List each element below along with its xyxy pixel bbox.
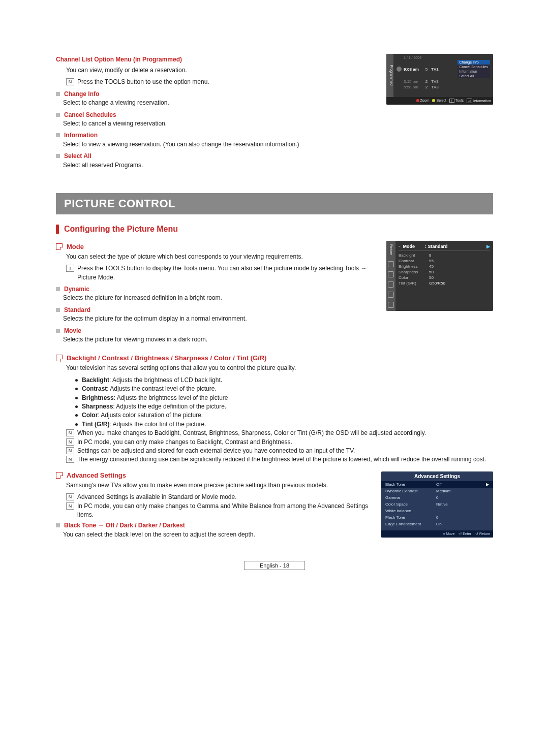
note-text: When you make changes to Backlight, Cont… (77, 429, 426, 437)
enter-icon: ⏎ (459, 532, 462, 536)
dot-icon (75, 379, 78, 382)
square-bullet-icon (56, 113, 60, 117)
programmed-panel: Programmed 1 / 1 / 2009 9:08 am 5 TV1 Ch… (386, 54, 493, 105)
tools-icon: T (449, 99, 454, 103)
programmed-popup: Change Info Cancel Schedules Information… (458, 60, 490, 78)
square-bullet-icon (56, 308, 60, 312)
note-icon: N (66, 447, 74, 454)
setting-name: Tint (G/R) (82, 421, 109, 428)
page-footer: English - 18 (244, 561, 305, 570)
note-icon: N (66, 78, 74, 85)
square-bullet-icon (56, 154, 60, 158)
adv-key: Black Tone (385, 482, 436, 487)
pic-val: 8 (429, 253, 431, 258)
item-desc: Select to view a viewing reservation. (Y… (63, 140, 493, 149)
adv-key: Gamma (385, 495, 436, 500)
arrow-right-icon[interactable]: ▶ (486, 482, 489, 487)
adv-heading: Advanced Settings (67, 471, 126, 479)
setting-desc: : Adjusts the brightness level of the pi… (114, 394, 228, 401)
mode-item-desc: Selects the picture for viewing movies i… (63, 335, 493, 344)
mode-item-label: Standard (64, 306, 90, 314)
pic-key: Sharpness (399, 270, 429, 274)
setting-desc: : Adjusts the color tint of the picture. (109, 421, 206, 428)
pic-val: 95 (429, 259, 434, 263)
pic-key: Tint (G/R) (399, 281, 429, 286)
yellow-pill-icon (432, 99, 435, 102)
mode-item-label: Dynamic (64, 285, 89, 294)
advanced-settings-panel: Advanced Settings Black ToneOff▶ Dynamic… (381, 471, 493, 538)
setting-desc: : Adjusts the brightness of LCD back lig… (109, 376, 222, 384)
prog-time: 5:50 pm (404, 85, 422, 89)
side-icon (388, 292, 394, 298)
bccs-intro: Your television has several setting opti… (66, 364, 493, 372)
sub-heading: Configuring the Picture Menu (56, 225, 493, 234)
note-icon: N (66, 429, 74, 436)
prog-num: 5 (424, 67, 429, 72)
return-icon: ↺ (475, 532, 478, 536)
pic-val: 45 (429, 264, 434, 269)
note-icon: N (66, 438, 74, 446)
mode-item-desc: Selects the picture for the optimum disp… (63, 314, 493, 323)
dot-icon (75, 388, 78, 390)
prog-num: 2 (424, 85, 429, 89)
item-label: Change Info (64, 90, 99, 99)
popup-change-info[interactable]: Change Info (458, 60, 490, 65)
adv-panel-title: Advanced Settings (381, 471, 493, 481)
dot-icon (75, 397, 78, 399)
pic-key: Brightness (399, 264, 429, 269)
setting-name: Contrast (82, 385, 107, 392)
note-text: In PC mode, you can only make changes to… (77, 438, 292, 447)
item-label: Cancel Schedules (64, 111, 116, 119)
item-label: Select All (64, 152, 92, 161)
pic-val: 50 (429, 275, 434, 280)
dot-icon (75, 414, 78, 417)
programmed-date: 1 / 1 / 2009 (404, 56, 490, 59)
adv-footer: ♦ Move ⏎ Enter ↺ Return (381, 530, 493, 538)
note-icon: N (66, 502, 74, 510)
note-text: Settings can be adjusted and stored for … (77, 447, 355, 455)
popup-select-all[interactable]: Select All (458, 74, 490, 78)
note-icon: N (66, 456, 74, 463)
pic-val: 50 (429, 270, 434, 274)
side-icon (388, 271, 394, 277)
arrow-right-icon[interactable]: ▶ (486, 244, 490, 249)
mode-tools-note: Press the TOOLS button to display the To… (77, 264, 378, 282)
adv-key: Color Space (385, 502, 436, 507)
dot-icon (75, 423, 78, 426)
setting-name: Sharpness (82, 403, 113, 410)
pic-key: Backlight (399, 253, 429, 258)
square-bullet-icon (56, 92, 60, 96)
picture-menu-panel: Picture · Mode : Standard ▶ Backli (386, 241, 493, 311)
bccs-heading: Backlight / Contrast / Brightness / Shar… (67, 354, 266, 362)
adv-key: White balance (385, 509, 436, 513)
square-bullet-icon (56, 287, 60, 291)
prog-time: 9:08 am (404, 67, 422, 72)
adv-val (436, 509, 489, 513)
popup-cancel-schedules[interactable]: Cancel Schedules (458, 65, 490, 69)
adv-val: Native (436, 502, 489, 507)
mode-value: : Standard (425, 244, 448, 249)
black-tone-label: Black Tone → Off / Dark / Darker / Darke… (64, 521, 185, 530)
note-icon: N (66, 493, 74, 500)
note-text: The energy consumed during use can be si… (77, 455, 486, 464)
red-pill-icon (416, 99, 419, 102)
prog-channel: TV1 (431, 67, 442, 72)
square-break-icon (56, 243, 63, 250)
move-icon: ♦ (443, 532, 445, 536)
note-text: Advanced Settings is available in Standa… (77, 493, 237, 501)
programmed-footer: Zoom Select TTools ⏎Information (386, 97, 493, 105)
tools-note: Press the TOOLS button to use the option… (77, 78, 209, 86)
picture-control-banner: PICTURE CONTROL (56, 193, 493, 214)
item-desc: Select to cancel a viewing reservation. (63, 119, 493, 128)
setting-name: Brightness (82, 394, 114, 401)
item-label: Information (64, 131, 98, 140)
setting-name: Color (82, 412, 98, 419)
setting-desc: : Adjusts the edge definition of the pic… (113, 403, 226, 410)
square-bullet-icon (56, 329, 60, 333)
popup-information[interactable]: Information (458, 69, 490, 74)
square-bullet-icon (56, 133, 60, 137)
pic-val: G50/R50 (429, 281, 445, 286)
adv-val: Off (436, 482, 486, 487)
picture-side-label: Picture (389, 244, 393, 255)
square-break-icon (56, 355, 63, 361)
